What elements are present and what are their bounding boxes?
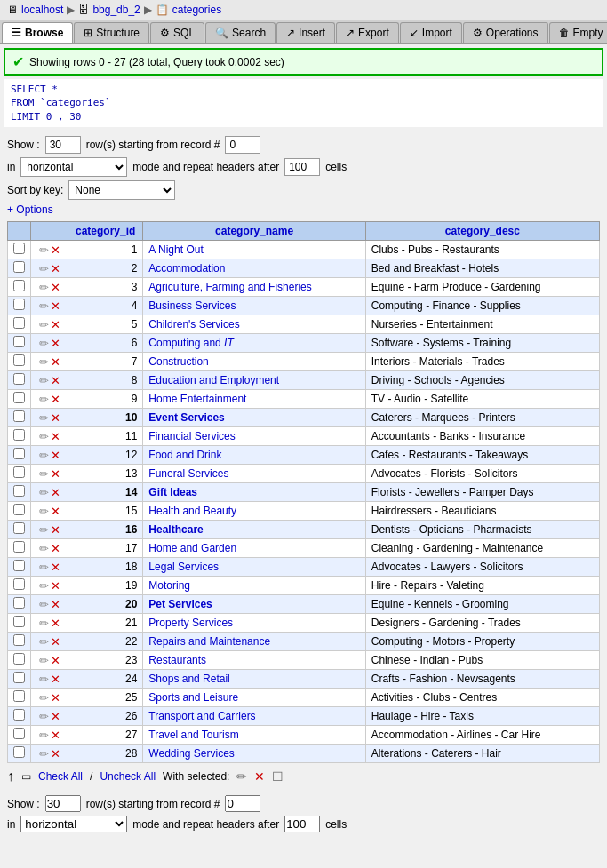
row-checkbox[interactable] <box>13 672 25 683</box>
row-name-link[interactable]: Motoring <box>148 579 190 592</box>
edit-row-icon[interactable]: ✏ <box>39 617 49 630</box>
row-checkbox[interactable] <box>13 578 25 590</box>
row-checkbox[interactable] <box>13 728 25 739</box>
row-name-link[interactable]: Gift Ideas <box>148 486 197 498</box>
row-name[interactable]: Pet Services <box>143 595 365 614</box>
row-name-link[interactable]: Food and Drink <box>148 449 221 461</box>
delete-row-icon[interactable]: ✕ <box>51 747 60 760</box>
row-checkbox[interactable] <box>13 746 25 758</box>
row-name-link[interactable]: Business Services <box>148 299 236 312</box>
tab-import[interactable]: ↙ Import <box>400 22 462 43</box>
row-name[interactable]: Financial Services <box>143 427 365 446</box>
row-name[interactable]: Home Entertainment <box>143 390 365 409</box>
row-checkbox[interactable] <box>13 429 25 441</box>
sort-select[interactable]: None <box>68 180 175 200</box>
row-name-link[interactable]: Transport and Carriers <box>148 710 255 722</box>
row-name-link[interactable]: Health and Beauty <box>148 505 236 517</box>
row-checkbox[interactable] <box>13 485 25 497</box>
tab-empty[interactable]: 🗑 Empty <box>549 22 607 43</box>
row-name[interactable]: A Night Out <box>143 241 365 259</box>
edit-row-icon[interactable]: ✏ <box>39 523 49 537</box>
row-name-link[interactable]: Accommodation <box>148 262 225 275</box>
delete-row-icon[interactable]: ✕ <box>51 523 60 537</box>
edit-row-icon[interactable]: ✏ <box>39 355 49 369</box>
row-checkbox[interactable] <box>13 597 25 609</box>
edit-row-icon[interactable]: ✏ <box>39 598 49 611</box>
delete-row-icon[interactable]: ✕ <box>51 243 60 257</box>
row-name-link[interactable]: Repairs and Maintenance <box>148 635 270 648</box>
delete-row-icon[interactable]: ✕ <box>51 467 60 481</box>
edit-row-icon[interactable]: ✏ <box>39 673 49 686</box>
row-name[interactable]: Repairs and Maintenance <box>143 633 365 651</box>
record-input[interactable] <box>225 136 260 154</box>
row-name[interactable]: Health and Beauty <box>143 502 365 521</box>
tab-structure[interactable]: ⊞ Structure <box>74 22 149 43</box>
row-checkbox[interactable] <box>13 653 25 665</box>
delete-row-icon[interactable]: ✕ <box>51 729 60 742</box>
delete-selected-icon[interactable]: ✕ <box>254 769 265 784</box>
row-name-link[interactable]: Event Services <box>148 411 224 424</box>
delete-row-icon[interactable]: ✕ <box>51 542 60 555</box>
row-name[interactable]: Computing and IT <box>143 334 365 353</box>
row-name-link[interactable]: Travel and Tourism <box>148 729 238 741</box>
edit-row-icon[interactable]: ✏ <box>39 486 49 499</box>
row-name[interactable]: Wedding Services <box>143 745 365 763</box>
row-checkbox[interactable] <box>13 299 25 310</box>
edit-row-icon[interactable]: ✏ <box>39 561 49 574</box>
row-name-link[interactable]: Healthcare <box>148 523 203 536</box>
row-checkbox[interactable] <box>13 243 25 254</box>
row-checkbox[interactable] <box>13 336 25 347</box>
row-name-link[interactable]: Home Entertainment <box>148 393 246 405</box>
delete-row-icon[interactable]: ✕ <box>51 355 60 369</box>
row-name[interactable]: Restaurants <box>143 651 365 670</box>
edit-row-icon[interactable]: ✏ <box>39 691 49 705</box>
options-toggle[interactable]: + Options <box>7 203 53 216</box>
delete-row-icon[interactable]: ✕ <box>51 411 60 425</box>
delete-row-icon[interactable]: ✕ <box>51 318 60 331</box>
row-checkbox[interactable] <box>13 448 25 459</box>
row-name-link[interactable]: Financial Services <box>148 430 235 442</box>
edit-row-icon[interactable]: ✏ <box>39 542 49 555</box>
row-name[interactable]: Business Services <box>143 297 365 315</box>
row-name[interactable]: Home and Garden <box>143 539 365 558</box>
row-name-link[interactable]: Construction <box>148 355 208 368</box>
row-name-link[interactable]: Restaurants <box>148 654 206 666</box>
tab-export[interactable]: ↗ Export <box>336 22 399 43</box>
row-name[interactable]: Property Services <box>143 614 365 633</box>
row-checkbox[interactable] <box>13 354 25 366</box>
tab-browse[interactable]: ☰ Browse <box>2 22 73 43</box>
row-name-link[interactable]: Shops and Retail <box>148 673 229 685</box>
edit-row-icon[interactable]: ✏ <box>39 281 49 294</box>
check-all-link[interactable]: Check All <box>38 770 83 783</box>
col-category-id[interactable]: category_id <box>68 222 143 241</box>
row-checkbox[interactable] <box>13 616 25 627</box>
row-name[interactable]: Funeral Services <box>143 465 365 483</box>
edit-row-icon[interactable]: ✏ <box>39 299 49 313</box>
row-name-link[interactable]: Children's Services <box>148 318 239 330</box>
delete-row-icon[interactable]: ✕ <box>51 486 60 499</box>
delete-row-icon[interactable]: ✕ <box>51 710 60 723</box>
row-name-link[interactable]: Funeral Services <box>148 467 228 480</box>
delete-row-icon[interactable]: ✕ <box>51 374 60 387</box>
delete-row-icon[interactable]: ✕ <box>51 579 60 593</box>
edit-row-icon[interactable]: ✏ <box>39 729 49 742</box>
edit-row-icon[interactable]: ✏ <box>39 467 49 481</box>
edit-row-icon[interactable]: ✏ <box>39 430 49 443</box>
bottom-mode-select[interactable]: horizontal vertical <box>20 816 127 832</box>
bottom-show-input[interactable] <box>45 795 81 812</box>
row-name[interactable]: Sports and Leisure <box>143 689 365 707</box>
bottom-record-input[interactable] <box>225 795 260 812</box>
row-name-link[interactable]: Property Services <box>148 617 233 629</box>
edit-row-icon[interactable]: ✏ <box>39 449 49 462</box>
row-checkbox[interactable] <box>13 373 25 385</box>
show-input[interactable] <box>45 136 81 154</box>
delete-row-icon[interactable]: ✕ <box>51 598 60 611</box>
delete-row-icon[interactable]: ✕ <box>51 691 60 705</box>
edit-row-icon[interactable]: ✏ <box>39 505 49 518</box>
edit-row-icon[interactable]: ✏ <box>39 411 49 425</box>
row-checkbox[interactable] <box>13 466 25 478</box>
edit-row-icon[interactable]: ✏ <box>39 337 49 350</box>
row-checkbox[interactable] <box>13 504 25 515</box>
headers-input[interactable] <box>284 158 320 176</box>
edit-row-icon[interactable]: ✏ <box>39 262 49 275</box>
